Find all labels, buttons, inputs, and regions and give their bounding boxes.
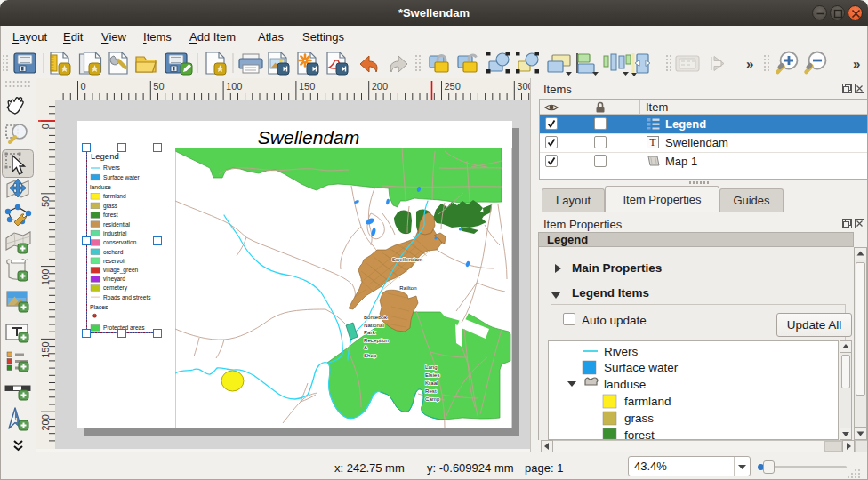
svg-text:Rest: Rest [425,388,437,394]
svg-text:»: » [853,56,860,71]
svg-text:Park: Park [364,330,376,335]
svg-text:grass: grass [624,412,654,425]
svg-text:300: 300 [517,81,531,92]
svg-text:100: 100 [40,269,51,285]
svg-text:Surface water: Surface water [604,361,679,374]
svg-text:forest: forest [624,428,655,439]
svg-text:Shop: Shop [364,353,377,358]
svg-text:Elsies: Elsies [425,372,440,378]
svg-text:0: 0 [81,81,86,92]
svg-text:Rivers: Rivers [604,345,639,358]
svg-text:50: 50 [40,196,51,207]
svg-text:landuse: landuse [604,378,646,391]
svg-text:Kraal: Kraal [425,380,438,386]
svg-text:100: 100 [226,81,242,92]
svg-text:150: 150 [299,81,315,92]
svg-text:farmland: farmland [624,395,671,408]
svg-text:&: & [364,345,367,350]
svg-text:200: 200 [40,414,51,430]
svg-text:Lang: Lang [425,364,438,370]
svg-text:200: 200 [372,81,388,92]
svg-text:Camp: Camp [425,396,440,402]
svg-text:150: 150 [40,341,51,357]
svg-text:Reception: Reception [364,338,389,343]
svg-text:250: 250 [445,81,461,92]
svg-text:Railton: Railton [399,285,416,291]
svg-text:50: 50 [153,81,164,92]
svg-text:»: » [746,56,753,71]
svg-text:N: N [12,416,18,424]
svg-text:Swellendam: Swellendam [392,256,423,262]
svg-text:Bontebok: Bontebok [364,315,388,320]
svg-text:National: National [364,323,384,328]
